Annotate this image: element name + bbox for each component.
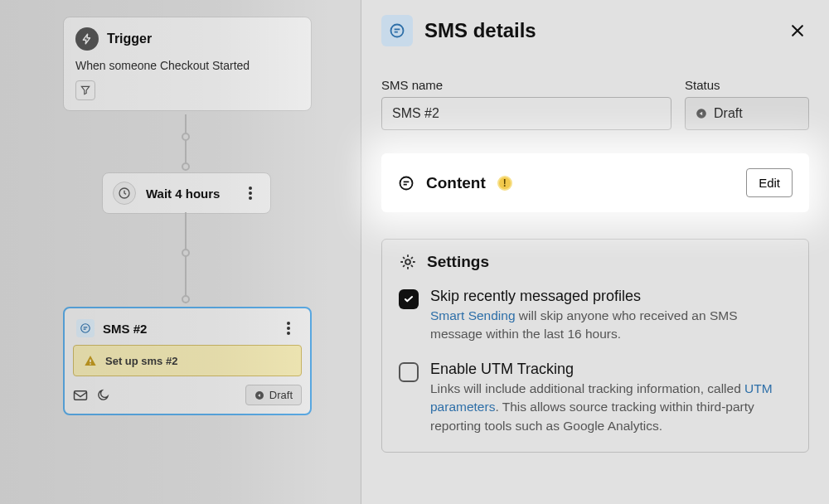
warning-icon <box>84 354 97 367</box>
trigger-subtitle: When someone Checkout Started <box>75 59 299 72</box>
status-label: Status <box>685 78 809 92</box>
svg-point-6 <box>287 327 290 330</box>
svg-rect-8 <box>90 360 90 362</box>
svg-point-7 <box>287 332 290 335</box>
kebab-icon[interactable] <box>240 183 260 203</box>
draft-status-pill: Draft <box>245 385 302 405</box>
wait-node[interactable]: Wait 4 hours <box>102 172 271 214</box>
svg-point-14 <box>400 177 413 189</box>
mail-icon[interactable] <box>73 390 88 401</box>
sms-icon <box>76 319 95 337</box>
trigger-title: Trigger <box>107 32 152 46</box>
status-field: Draft <box>685 97 809 130</box>
svg-point-15 <box>405 259 410 264</box>
draft-dot-icon <box>255 390 264 400</box>
svg-point-4 <box>81 324 90 333</box>
connector-dot-icon <box>182 249 190 257</box>
sms-icon <box>381 15 413 46</box>
sms-node-title: SMS #2 <box>103 322 270 336</box>
skip-title: Skip recently messaged profiles <box>430 288 792 305</box>
settings-card: Settings Skip recently messaged profiles… <box>381 239 809 453</box>
trigger-node[interactable]: Trigger When someone Checkout Started <box>63 17 312 111</box>
connector-dot-icon <box>182 295 190 303</box>
kebab-icon[interactable] <box>279 318 298 338</box>
utm-title: Enable UTM Tracking <box>430 361 792 378</box>
utm-checkbox[interactable] <box>399 362 419 382</box>
wait-label: Wait 4 hours <box>146 187 220 201</box>
connector-line <box>185 114 187 169</box>
flow-canvas[interactable]: Trigger When someone Checkout Started Wa… <box>0 0 361 504</box>
settings-title: Settings <box>427 253 489 271</box>
svg-point-2 <box>249 191 252 195</box>
svg-point-3 <box>249 196 252 200</box>
funnel-icon[interactable] <box>75 80 95 100</box>
connector-dot-icon <box>182 133 190 141</box>
svg-point-5 <box>287 322 290 325</box>
connector-line <box>185 212 187 303</box>
sms-name-label: SMS name <box>381 78 671 92</box>
status-value: Draft <box>714 106 743 121</box>
warning-badge-icon: ! <box>497 176 512 191</box>
connector-dot-icon <box>182 162 190 171</box>
content-title: Content <box>426 174 486 192</box>
svg-point-12 <box>391 25 404 37</box>
clock-icon <box>113 182 136 205</box>
svg-rect-9 <box>90 363 90 364</box>
smart-sending-link[interactable]: Smart Sending <box>430 308 516 322</box>
sms-node[interactable]: SMS #2 Set up sms #2 Draft <box>63 307 312 415</box>
svg-point-1 <box>249 187 252 190</box>
sms-warning-text: Set up sms #2 <box>105 355 177 367</box>
skip-description: Smart Sending will skip anyone who recei… <box>430 307 792 344</box>
utm-description: Links will include additional tracking i… <box>430 380 792 435</box>
edit-button[interactable]: Edit <box>746 168 793 197</box>
content-icon <box>398 175 414 191</box>
gear-icon <box>399 253 417 271</box>
draft-label: Draft <box>269 389 293 401</box>
check-icon <box>403 293 414 305</box>
panel-title: SMS details <box>424 19 774 42</box>
sms-name-input[interactable] <box>381 97 671 130</box>
sms-warning-banner: Set up sms #2 <box>73 345 302 376</box>
svg-rect-10 <box>75 390 87 400</box>
bolt-icon <box>75 27 99 51</box>
close-icon[interactable] <box>786 19 809 42</box>
sms-details-panel: SMS details SMS name Status Draft <box>361 0 829 504</box>
draft-dot-icon <box>696 108 707 119</box>
content-card: Content ! Edit <box>381 153 809 212</box>
moon-icon[interactable] <box>96 389 109 402</box>
skip-checkbox[interactable] <box>399 289 419 309</box>
